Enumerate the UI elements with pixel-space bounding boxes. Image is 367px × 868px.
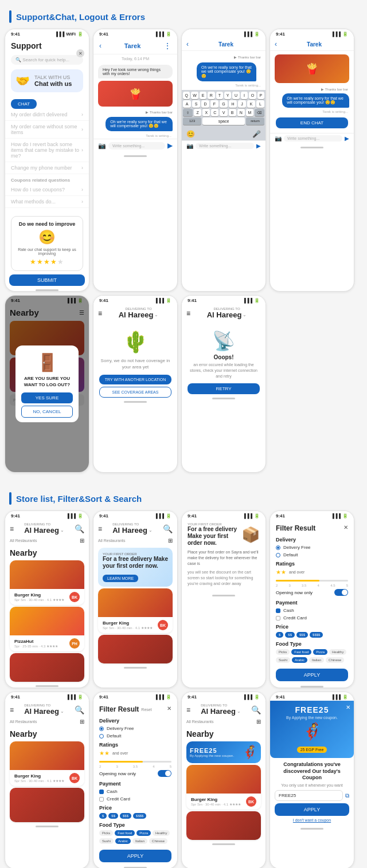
filter-icon-2[interactable]: ⊞	[168, 537, 173, 544]
key-l[interactable]: L	[256, 100, 264, 108]
try-another-location-btn[interactable]: TRY WITH ANOTHER LOCATION	[99, 375, 171, 384]
menu-item-2[interactable]: My order came without some items›	[5, 121, 89, 139]
menu-item-1[interactable]: My order didn't delivered›	[5, 109, 89, 121]
food-pill-sushi-2[interactable]: Sushi	[99, 838, 114, 844]
search-icon-store2[interactable]: 🔍	[163, 524, 173, 533]
key-h[interactable]: H	[229, 100, 237, 108]
delivery-default-option-1[interactable]: Default	[270, 551, 354, 559]
radio-delivery-free-1[interactable]	[276, 545, 280, 550]
key-shift[interactable]: ⇧	[183, 109, 193, 116]
key-t[interactable]: T	[216, 92, 223, 99]
hamburger-store5[interactable]: ≡	[186, 706, 190, 714]
food-pill-arabic-1[interactable]: Arabic	[292, 657, 307, 663]
price-pill-3[interactable]: $$$	[296, 632, 308, 638]
key-j[interactable]: J	[238, 100, 246, 108]
key-f[interactable]: F	[210, 100, 218, 108]
price-pill-2-1[interactable]: $	[99, 813, 107, 819]
key-i[interactable]: I	[241, 92, 248, 99]
food-pill-fastfood-2[interactable]: Fast food	[115, 830, 135, 836]
chat-input-field[interactable]: Write something...	[108, 142, 165, 150]
coupon-apply-btn[interactable]: APPLY	[275, 803, 349, 816]
key-d[interactable]: D	[201, 100, 209, 108]
food-pill-pizza-2[interactable]: Pizza	[136, 830, 151, 836]
checkbox-cash-1[interactable]	[276, 608, 280, 613]
radio-default-2[interactable]	[99, 734, 104, 739]
coupon-no-thanks-link[interactable]: I don't want a coupon	[270, 818, 354, 824]
price-pill-4[interactable]: $$$$	[310, 632, 323, 638]
see-coverage-areas-btn[interactable]: SEE COVERAGE AREAS	[99, 387, 171, 398]
key-p[interactable]: P	[257, 92, 264, 99]
price-pill-2-3[interactable]: $$$	[120, 813, 131, 819]
star-rating[interactable]: ★★★★★	[16, 258, 78, 266]
support-search-bar[interactable]: 🔍 Search for quick help...	[11, 55, 83, 65]
key-k[interactable]: K	[247, 100, 255, 108]
food-pill-chinese-1[interactable]: Chinese	[326, 657, 344, 663]
menu-item-3[interactable]: How do I revert back some items that cam…	[5, 139, 89, 162]
price-pill-2[interactable]: $$	[285, 632, 295, 638]
food-pill-picks-2[interactable]: Picks	[99, 830, 113, 836]
apply-btn-2[interactable]: APPLY	[99, 850, 171, 862]
price-pill-2-4[interactable]: $$$$	[133, 813, 146, 819]
food-pill-arabic-2[interactable]: Arabic	[115, 838, 131, 844]
filter-close-1[interactable]: ✕	[343, 524, 348, 532]
food-pill-picks-1[interactable]: Picks	[276, 649, 290, 655]
delivery-default-option-2[interactable]: Default	[93, 732, 177, 740]
search-icon-store1[interactable]: 🔍	[75, 524, 84, 533]
checkbox-credit-1[interactable]	[276, 616, 280, 620]
emoji-icon[interactable]: 😊	[186, 130, 195, 138]
filter-icon-1[interactable]: ⊞	[80, 537, 84, 544]
logout-no-btn[interactable]: NO, CANCEL	[21, 406, 73, 418]
price-pill-1[interactable]: $	[276, 632, 283, 638]
promo-btn-2[interactable]: LEARN MORE	[103, 575, 138, 582]
credit-option-1[interactable]: Credit Card	[270, 614, 354, 622]
delivery-free-option-2[interactable]: Delivery Free	[93, 725, 177, 732]
key-s[interactable]: S	[192, 100, 200, 108]
key-b[interactable]: B	[229, 109, 236, 116]
support-close-btn[interactable]: ✕	[76, 49, 84, 57]
kb-input-field[interactable]: Write something...	[196, 143, 254, 149]
hamburger-store4[interactable]: ≡	[10, 706, 14, 714]
key-w[interactable]: W	[191, 92, 198, 99]
cash-option-2[interactable]: Cash	[93, 788, 177, 795]
filter-close-2[interactable]: ✕	[167, 705, 171, 713]
camera-icon-2[interactable]: 📷	[186, 143, 193, 149]
hamburger-icon-2[interactable]: ≡	[186, 309, 190, 317]
send-icon-3[interactable]: ▶	[345, 135, 349, 142]
copy-icon[interactable]: ⧉	[345, 792, 349, 799]
submit-btn[interactable]: SUBMIT	[9, 274, 84, 286]
key-q[interactable]: Q	[183, 92, 190, 99]
food-pill-chinese-2[interactable]: Chinese	[149, 838, 167, 844]
key-return[interactable]: return	[246, 117, 264, 125]
coupon-item-2[interactable]: What methods do...›	[5, 196, 89, 208]
key-y[interactable]: Y	[224, 92, 231, 99]
key-123[interactable]: 123	[183, 117, 201, 125]
key-e[interactable]: E	[200, 92, 206, 99]
hamburger-store2[interactable]: ≡	[98, 525, 102, 533]
checkbox-credit-2[interactable]	[99, 797, 104, 802]
key-v[interactable]: V	[220, 109, 227, 116]
filter-icon-5[interactable]: ⊞	[256, 718, 261, 725]
apply-btn-1[interactable]: APPLY	[276, 669, 348, 681]
camera-icon-3[interactable]: 📷	[275, 135, 282, 142]
cash-option-1[interactable]: Cash	[270, 607, 354, 614]
delivery-free-option-1[interactable]: Delivery Free	[270, 544, 354, 551]
key-x[interactable]: X	[202, 109, 210, 116]
logout-yes-btn[interactable]: YES SURE	[21, 392, 73, 403]
food-pill-italian-1[interactable]: Italian	[309, 657, 324, 663]
key-z[interactable]: Z	[194, 109, 201, 116]
slider-track-1[interactable]	[276, 580, 348, 582]
search-icon-store4[interactable]: 🔍	[75, 705, 84, 714]
key-m[interactable]: M	[246, 109, 253, 116]
food-pill-pizza-1[interactable]: Pizza	[313, 649, 327, 655]
key-space[interactable]: space	[202, 117, 245, 125]
toggle-switch-2[interactable]	[158, 770, 171, 777]
chat-btn[interactable]: CHAT	[11, 99, 37, 109]
food-pill-healthy-2[interactable]: Healthy	[153, 830, 170, 836]
food-pill-italian-2[interactable]: Italian	[132, 838, 147, 844]
key-backspace[interactable]: ⌫	[255, 109, 264, 116]
food-pill-fastfood-1[interactable]: Fast food	[291, 649, 311, 655]
filter-icon-4[interactable]: ⊞	[80, 718, 84, 725]
send-icon[interactable]: ▶	[167, 142, 173, 150]
endchat-input-field[interactable]: Write something...	[284, 135, 342, 142]
key-c[interactable]: C	[211, 109, 218, 116]
